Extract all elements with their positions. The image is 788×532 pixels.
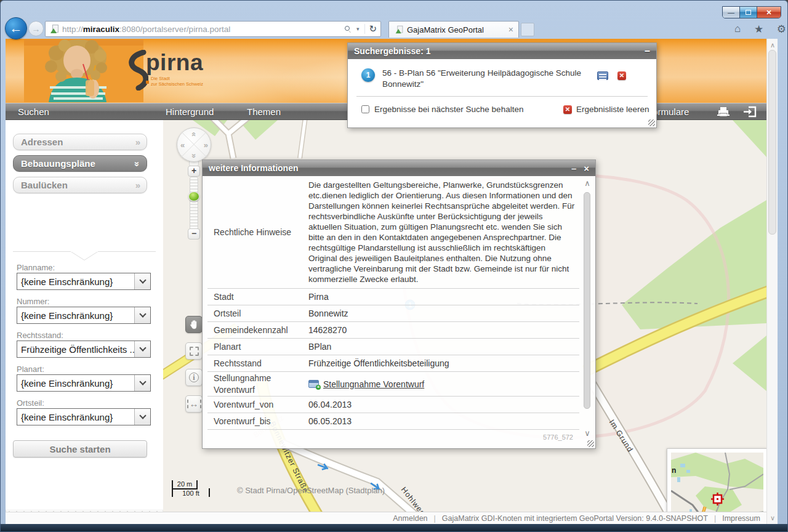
pirna-logo-text: pirna xyxy=(146,51,203,74)
search-icon[interactable] xyxy=(345,26,352,33)
info-dialog-titlebar[interactable]: weitere Informationen – × xyxy=(203,160,595,176)
print-icon[interactable] xyxy=(717,106,730,119)
login-icon[interactable] xyxy=(743,106,758,119)
pan-left-icon[interactable]: « xyxy=(180,140,184,150)
minimap-canvas: n Heidenau Pirna Dohna Stadt xyxy=(671,453,763,513)
favorites-icon[interactable]: ★ xyxy=(754,23,763,36)
zoom-slider-knob[interactable] xyxy=(188,191,199,201)
rectangle-select-tool[interactable] xyxy=(185,342,203,360)
measure-icon: ↔ xyxy=(187,400,201,408)
page-content: pirna Die Stadt zur Sächsischen Schweiz … xyxy=(6,39,766,524)
dialog-footer-ref: 5776_572 xyxy=(207,430,579,445)
resize-handle[interactable] xyxy=(648,119,655,126)
pan-hand-tool[interactable] xyxy=(185,316,203,333)
clear-results-button[interactable]: ✕ Ergebnisliste leeren xyxy=(563,105,649,114)
chevron-right-icon: » xyxy=(135,180,139,190)
pirna-logo: pirna Die Stadt zur Sächsischen Schweiz xyxy=(121,51,269,94)
rechtsstand-select[interactable]: Frühzeitige Öffentlichkeits ... xyxy=(17,341,151,358)
info-dialog-body: Rechtliche Hinweise Die dargestellten Ge… xyxy=(207,176,579,443)
info-row-gemeindekennzahl: Gemeindekennzahl14628270 xyxy=(207,322,579,339)
accordion-adressen[interactable]: Adressen » xyxy=(13,134,147,150)
select-arrow-button[interactable] xyxy=(134,341,150,357)
chrome-icons: ⌂ ★ ⚙ xyxy=(734,23,786,36)
measure-tool[interactable]: ↔ xyxy=(185,395,203,413)
accordion-bebauungsplaene[interactable]: Bebauungspläne » xyxy=(13,155,147,172)
new-tab-button[interactable] xyxy=(521,23,534,36)
minimize-icon: — xyxy=(728,9,734,16)
minimize-button[interactable]: — xyxy=(723,7,740,18)
select-arrow-button[interactable] xyxy=(134,375,150,391)
minimize-panel-icon[interactable]: – xyxy=(645,48,650,54)
nav-suchen[interactable]: Suchen xyxy=(18,107,49,117)
select-arrow-button[interactable] xyxy=(134,273,150,289)
pan-down-icon[interactable]: » xyxy=(190,153,199,157)
keep-results-checkbox[interactable] xyxy=(361,105,369,113)
scrollbar-thumb[interactable] xyxy=(768,50,776,235)
result-details-icon[interactable] xyxy=(597,71,608,80)
restore-icon xyxy=(746,10,751,15)
results-popup-titlebar[interactable]: Suchergebnisse: 1 – xyxy=(348,43,656,59)
select-arrow-button[interactable] xyxy=(134,307,150,323)
search-sidebar: Adressen » Bebauungspläne » Baulücken » … xyxy=(6,120,163,512)
info-icon: i xyxy=(189,373,199,382)
start-search-button[interactable]: Suche starten xyxy=(13,440,147,457)
tab-title: GajaMatrix GeoPortal xyxy=(407,25,507,34)
info-tool[interactable]: i xyxy=(185,369,203,386)
login-link[interactable]: Anmelden xyxy=(393,514,427,523)
panel-notch xyxy=(6,251,163,261)
address-bar[interactable]: http://miraculix:8080/portalserver/pirna… xyxy=(45,21,381,37)
ortsteil-select[interactable]: {keine Einschränkung} xyxy=(17,408,151,425)
keep-results-label: Ergebnisse bei nächster Suche behalten xyxy=(374,105,523,114)
back-button[interactable]: ← xyxy=(5,17,27,39)
scroll-up-icon[interactable]: ∧ xyxy=(582,179,593,190)
keep-results-row: Ergebnisse bei nächster Suche behalten xyxy=(361,105,523,114)
browser-tab[interactable]: GajaMatrix GeoPortal × xyxy=(388,21,519,38)
planart-select[interactable]: {keine Einschränkung} xyxy=(17,374,151,392)
tab-close-icon[interactable]: × xyxy=(507,25,515,34)
nav-themen[interactable]: Themen xyxy=(247,107,281,117)
pan-up-icon[interactable]: « xyxy=(190,132,199,135)
pan-right-icon[interactable]: » xyxy=(204,140,207,150)
overview-minimap[interactable]: n Heidenau Pirna Dohna Stadt xyxy=(667,448,766,513)
minimize-panel-icon[interactable]: – xyxy=(571,163,576,174)
resize-handle[interactable] xyxy=(587,440,594,447)
zoom-in-button[interactable]: + xyxy=(188,166,200,177)
zoom-slider-track[interactable] xyxy=(190,177,198,230)
chevron-down-icon xyxy=(139,378,146,385)
imprint-link[interactable]: Impressum xyxy=(722,514,760,523)
zoom-out-button[interactable]: − xyxy=(188,228,200,240)
nav-hintergrund[interactable]: Hintergrund xyxy=(166,107,214,117)
close-button[interactable]: ✕ xyxy=(757,7,781,18)
refresh-icon[interactable]: ↻ xyxy=(369,23,377,34)
window-bottom-frame xyxy=(1,524,788,532)
info-row-planart: PlanartBPlan xyxy=(207,339,579,355)
scroll-up-icon[interactable]: ∧ xyxy=(767,40,778,50)
pirna-swoosh xyxy=(121,50,148,91)
stellungnahme-link[interactable]: Stellungnahme Vorentwurf xyxy=(323,379,424,389)
scrollbar-thumb[interactable] xyxy=(584,192,590,409)
nummer-select[interactable]: {keine Einschränkung} xyxy=(17,307,151,324)
chevron-down-icon: » xyxy=(132,161,142,165)
maximize-button[interactable] xyxy=(740,7,757,18)
dialog-scrollbar: ∧ ∨ xyxy=(582,179,593,440)
url-dropdown-icon[interactable]: ▾ xyxy=(356,26,360,32)
result-item-text[interactable]: 56 - B-Plan 56 "Erweiterung Heilpädagogi… xyxy=(382,68,585,90)
accordion-bauluecken[interactable]: Baulücken » xyxy=(13,177,147,193)
nummer-label: Nummer: xyxy=(17,297,49,306)
scroll-down-icon[interactable]: ∨ xyxy=(582,429,593,440)
planname-select[interactable]: {keine Einschränkung} xyxy=(17,273,151,290)
result-number-badge: 1 xyxy=(361,68,375,82)
result-remove-icon[interactable]: ✕ xyxy=(617,71,626,80)
tab-favicon xyxy=(396,26,403,34)
info-row-vorentwurf-von: Vorentwurf_von06.04.2013 xyxy=(207,397,579,413)
divider xyxy=(356,96,648,97)
home-icon[interactable]: ⌂ xyxy=(734,23,741,36)
close-panel-icon[interactable]: × xyxy=(584,163,589,174)
settings-gear-icon[interactable]: ⚙ xyxy=(777,23,786,36)
version-text: GajaMatrix GDI-Knoten mit integriertem G… xyxy=(442,514,708,523)
results-popup-title: Suchergebnisse: 1 xyxy=(354,46,431,56)
planart-label: Planart: xyxy=(17,365,44,374)
scroll-down-icon[interactable]: ∨ xyxy=(767,513,778,523)
select-arrow-button[interactable] xyxy=(134,409,150,425)
forward-button[interactable]: → xyxy=(28,21,44,36)
